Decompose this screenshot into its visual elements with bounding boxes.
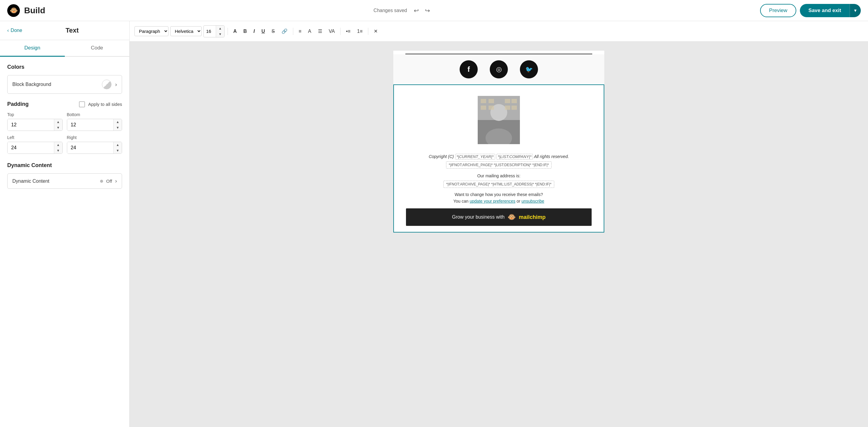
facebook-icon[interactable]: f <box>460 60 478 79</box>
padding-top-label: Top <box>7 112 63 117</box>
line-height-button[interactable]: ☰ <box>315 27 324 36</box>
apply-all-checkbox[interactable] <box>79 101 85 108</box>
link-button[interactable]: 🔗 <box>279 27 290 36</box>
padding-bottom-input-group: 12 ▲ ▼ <box>67 119 122 131</box>
padding-top-input-group: 12 ▲ ▼ <box>7 119 63 131</box>
person-image <box>478 96 520 144</box>
address-tag-row: *|IFNOT:ARCHIVE_PAGE|* *|HTML:LIST_ADDRE… <box>406 181 592 188</box>
preview-button[interactable]: Preview <box>760 4 796 17</box>
banner-text: Grow your business with <box>452 214 504 220</box>
panel-title: Text <box>65 27 79 34</box>
padding-right-up[interactable]: ▲ <box>114 142 122 148</box>
font-color-button[interactable]: A <box>231 27 239 36</box>
instagram-icon[interactable]: ◎ <box>490 60 508 79</box>
block-background-row[interactable]: Block Background › <box>7 75 122 94</box>
bullet-list-button[interactable]: •≡ <box>344 27 353 36</box>
padding-left-input[interactable]: 24 <box>7 142 54 153</box>
update-preferences-link[interactable]: update your preferences <box>470 199 516 204</box>
toolbar-separator-2 <box>293 28 293 35</box>
font-size-input[interactable]: 16 <box>204 27 216 36</box>
font-select[interactable]: Helvetica <box>170 26 202 36</box>
padding-top-down[interactable]: ▼ <box>54 125 62 130</box>
clear-formatting-button[interactable]: ✕ <box>371 27 380 36</box>
color-swatch <box>102 80 112 89</box>
padding-top-spinners: ▲ ▼ <box>54 119 62 130</box>
twitter-icon[interactable]: 🐦 <box>520 60 538 79</box>
italic-button[interactable]: I <box>251 27 257 36</box>
underline-button[interactable]: U <box>259 27 267 36</box>
address-tag: *|IFNOT:ARCHIVE_PAGE|* *|HTML:LIST_ADDRE… <box>443 181 554 188</box>
svg-rect-11 <box>512 105 517 110</box>
color-row-right: › <box>102 80 117 89</box>
change-emails-text: Want to change how you receive these ema… <box>406 192 592 197</box>
tab-code[interactable]: Code <box>65 40 130 57</box>
padding-top-up[interactable]: ▲ <box>54 119 62 125</box>
padding-right-label: Right <box>67 135 122 140</box>
back-label: Done <box>10 28 22 33</box>
dynamic-content-right: Off › <box>100 178 117 184</box>
back-done-button[interactable]: ‹ Done <box>7 28 22 33</box>
chevron-right-icon: › <box>115 82 117 88</box>
preference-links: You can update your preferences or unsub… <box>406 199 592 204</box>
padding-right-spinners: ▲ ▼ <box>113 142 122 153</box>
status-dot-icon <box>100 180 103 183</box>
padding-bottom-up[interactable]: ▲ <box>114 119 122 125</box>
redo-button[interactable]: ↪ <box>423 5 432 16</box>
archive-tag-row: *|IFNOT:ARCHIVE_PAGE|* *|LIST:DESCRIPTIO… <box>406 161 592 169</box>
rights-text: All rights reserved. <box>534 154 569 159</box>
email-canvas: f ◎ 🐦 <box>130 41 868 242</box>
navbar-right: Preview Save and exit ▾ <box>760 4 861 17</box>
padding-bottom-field: Bottom 12 ▲ ▼ <box>67 112 122 131</box>
padding-bottom-spinners: ▲ ▼ <box>113 119 122 130</box>
person-image-wrapper <box>406 91 592 150</box>
padding-left-field: Left 24 ▲ ▼ <box>7 135 63 154</box>
padding-section-title: Padding <box>7 101 29 108</box>
logo-icon: 🐵 <box>10 7 18 14</box>
padding-right-down[interactable]: ▼ <box>114 148 122 153</box>
save-exit-dropdown-button[interactable]: ▾ <box>849 4 861 17</box>
strikethrough-button[interactable]: S <box>269 27 277 36</box>
font-size-up[interactable]: ▲ <box>216 26 224 31</box>
toolbar-separator-3 <box>340 28 341 35</box>
colors-section-title: Colors <box>7 64 122 70</box>
paragraph-select[interactable]: Paragraph <box>134 26 168 36</box>
bold-button[interactable]: B <box>241 27 249 36</box>
font-size-spinners: ▲ ▼ <box>216 26 224 37</box>
archive-tag: *|IFNOT:ARCHIVE_PAGE|* *|LIST:DESCRIPTIO… <box>446 161 552 169</box>
unsubscribe-link[interactable]: unsubscribe <box>521 199 544 204</box>
left-panel: ‹ Done Text Design Code Colors Block Bac… <box>0 21 130 427</box>
padding-top-field: Top 12 ▲ ▼ <box>7 112 63 131</box>
letter-spacing-button[interactable]: VA <box>327 27 337 36</box>
undo-button[interactable]: ↩ <box>412 5 421 16</box>
changes-saved-status: Changes saved <box>373 8 407 13</box>
dynamic-content-label: Dynamic Content <box>12 179 50 184</box>
dynamic-content-row[interactable]: Dynamic Content Off › <box>7 173 122 189</box>
padding-top-input[interactable]: 12 <box>7 119 54 130</box>
text-style-button[interactable]: A <box>306 27 314 36</box>
padding-left-up[interactable]: ▲ <box>54 142 62 148</box>
save-and-exit-button[interactable]: Save and exit <box>800 4 849 17</box>
padding-bottom-down[interactable]: ▼ <box>114 125 122 130</box>
editor-toolbar: Paragraph Helvetica 16 ▲ ▼ A B I U S 🔗 ≡… <box>130 21 868 41</box>
svg-rect-5 <box>489 99 494 103</box>
you-can-text: You can <box>453 199 468 204</box>
save-exit-group: Save and exit ▾ <box>800 4 861 17</box>
navbar: 🐵 Build Changes saved ↩ ↪ Preview Save a… <box>0 0 868 21</box>
footer-block[interactable]: Copyright (C) *|CURRENT_YEAR|* *|LIST:CO… <box>393 85 604 233</box>
padding-header: Padding Apply to all sides <box>7 101 122 108</box>
tab-design[interactable]: Design <box>0 40 65 57</box>
padding-right-input[interactable]: 24 <box>67 142 114 153</box>
font-size-down[interactable]: ▼ <box>216 31 224 37</box>
mailchimp-banner: Grow your business with 🐵 mailchimp <box>406 208 592 226</box>
navbar-center: Changes saved ↩ ↪ <box>373 5 432 16</box>
apply-to-all-sides[interactable]: Apply to all sides <box>79 101 122 108</box>
numbered-list-button[interactable]: 1≡ <box>355 27 365 36</box>
padding-left-down[interactable]: ▼ <box>54 148 62 153</box>
align-button[interactable]: ≡ <box>296 27 304 36</box>
dynamic-status-label: Off <box>106 179 112 184</box>
block-background-label: Block Background <box>12 82 51 87</box>
main-layout: ‹ Done Text Design Code Colors Block Bac… <box>0 21 868 427</box>
list-company-tag: *|LIST:COMPANY|* <box>496 154 533 159</box>
mailchimp-logo-icon: 🐵 <box>507 213 516 221</box>
padding-bottom-input[interactable]: 12 <box>67 119 114 130</box>
